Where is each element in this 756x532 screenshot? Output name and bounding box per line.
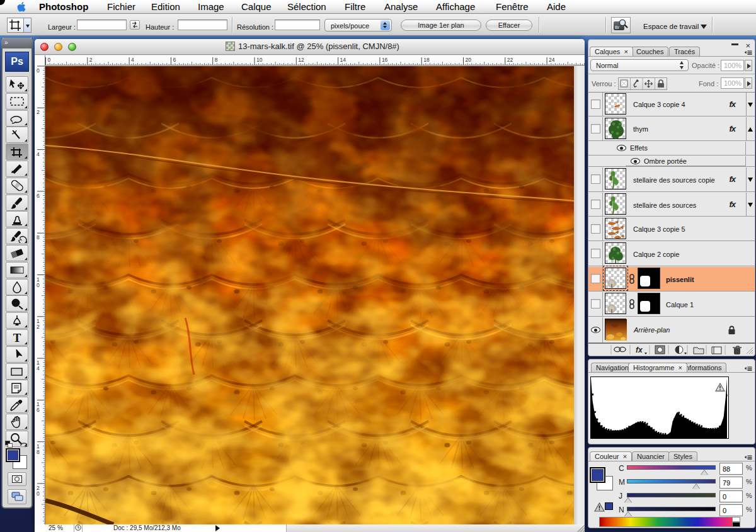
svg-text:20: 20 xyxy=(466,57,472,63)
svg-text:8: 8 xyxy=(37,234,40,241)
svg-text:8: 8 xyxy=(37,449,40,455)
svg-text:2: 2 xyxy=(37,324,40,330)
svg-text:6: 6 xyxy=(37,407,40,413)
svg-text:4: 4 xyxy=(37,151,40,157)
svg-text:0: 0 xyxy=(48,57,51,63)
svg-text:16: 16 xyxy=(382,57,388,63)
svg-text:4: 4 xyxy=(37,365,40,371)
svg-text:8: 8 xyxy=(215,57,218,63)
svg-text:0: 0 xyxy=(37,67,40,74)
svg-text:22: 22 xyxy=(507,57,513,63)
svg-text:12: 12 xyxy=(298,57,304,63)
svg-text:2: 2 xyxy=(89,57,93,63)
svg-text:18: 18 xyxy=(423,57,430,63)
svg-text:2: 2 xyxy=(37,109,40,115)
svg-text:10: 10 xyxy=(256,57,263,63)
svg-text:0: 0 xyxy=(37,282,40,288)
svg-text:6: 6 xyxy=(173,57,176,63)
svg-text:6: 6 xyxy=(37,193,40,199)
svg-text:14: 14 xyxy=(340,57,346,63)
svg-text:24: 24 xyxy=(549,57,555,63)
svg-text:fx: fx xyxy=(636,346,643,354)
svg-text:4: 4 xyxy=(131,57,134,63)
svg-text:0: 0 xyxy=(37,490,40,497)
svg-text:T: T xyxy=(13,331,21,344)
